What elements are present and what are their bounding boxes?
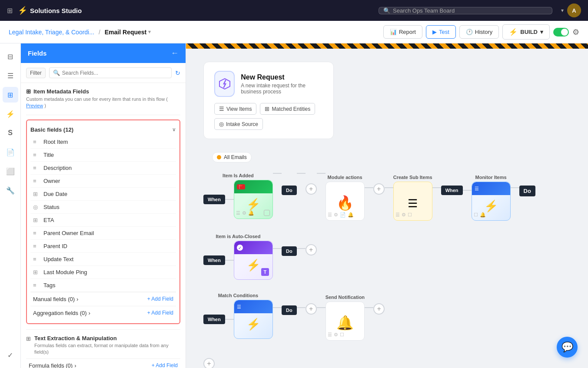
build-toggle[interactable] [553,28,569,36]
module-filter-icon[interactable]: ☰ [328,212,332,218]
fields-refresh-button[interactable]: ↻ [175,70,180,76]
build-button[interactable]: ⚡ BUILD ▾ [502,24,550,40]
trigger-buttons: ☰ View Items ⊞ Matched Entities ◎ Intake… [214,103,323,130]
lane1-filter-icon[interactable]: ☰ [236,210,240,216]
lane1-line-8 [511,187,519,188]
lane2-trigger-node[interactable]: ✓ ⚡ T [234,241,273,280]
formula-add-field-button[interactable]: + Add Field [152,362,178,368]
create-settings-icon[interactable]: ⚙ [402,212,406,218]
notif-settings-icon[interactable]: ⚙ [334,332,338,338]
formula-fields-row[interactable]: Formula fields (0) › + Add Field [26,358,180,368]
sidebar-item-check[interactable]: ✓ [3,347,18,363]
basic-fields-header[interactable]: Basic fields (12) ∨ [30,124,176,136]
lane3-trigger-node[interactable]: ☰ ⚡ [234,300,273,339]
create-filter-icon[interactable]: ☰ [395,212,400,218]
global-search-bar[interactable]: 🔍 [379,7,552,14]
aggregation-fields-row[interactable]: Aggregation fields (0) › + Add Field [30,306,176,320]
report-button[interactable]: 📊 Report [383,25,422,39]
all-emails-badge[interactable]: All Emails [212,152,252,162]
field-item-description[interactable]: ≡ Description [30,162,176,175]
test-button[interactable]: ▶ Test [426,25,456,39]
module-actions-node[interactable]: 🔥 ☰ ⚙ 📄 🔔 [326,182,365,221]
module-doc-icon[interactable]: 📄 [340,212,346,218]
trigger-title: New Request [241,73,323,81]
nav-chevron-icon[interactable]: ▾ [561,7,564,13]
lane3-add-node-2[interactable]: + [373,303,385,315]
filter-button[interactable]: Filter [26,68,46,78]
sidebar-item-doc[interactable]: 📄 [3,144,18,160]
field-item-parent-id[interactable]: ≡ Parent ID [30,240,176,253]
lane2-add-node[interactable]: + [306,244,317,255]
field-item-status[interactable]: ◎ Status [30,201,176,214]
send-notification-node[interactable]: 🔔 ☰ ⚙ ☐ [326,302,365,341]
lane1-trigger-node[interactable]: 🚩 ⚡ ☰ ⚙ 🔔 [234,180,273,219]
sidebar-item-grid[interactable]: ⊞ [3,87,18,103]
lane2-bolt-icon: ⚡ [246,259,260,272]
sidebar-item-s[interactable]: S [3,125,18,141]
field-icon-parent-owner-email: ≡ [33,230,40,236]
aggregation-add-field-button[interactable]: + Add Field [147,310,173,316]
create-checkbox-icon[interactable]: ☐ [408,212,412,218]
fields-search-input[interactable] [62,70,168,76]
monitor-bell2-icon[interactable]: 🔔 [480,212,486,218]
field-item-title[interactable]: ≡ Title [30,149,176,162]
lane1-bell-icon[interactable]: 🔔 [248,210,254,216]
metadata-section: ⊞ Item Metadata Fields Custom metadata y… [26,83,180,115]
lane3-trigger-label: Match Conditions [218,293,258,298]
manual-fields-row[interactable]: Manual fields (0) › + Add Field [30,292,176,306]
sidebar-item-bolt[interactable]: ⚡ [3,106,18,122]
intake-source-button[interactable]: ◎ Intake Source [214,118,263,130]
sidebar-item-list[interactable]: ☰ [3,68,18,83]
global-search-input[interactable] [393,7,548,14]
history-button[interactable]: 🕐 History [459,25,499,39]
add-lane-button[interactable]: + [203,358,215,368]
grid-menu-icon[interactable]: ⊞ [7,7,13,15]
user-avatar[interactable]: A [567,3,581,17]
settings-icon[interactable]: ⚙ [572,27,579,37]
module-bell-icon[interactable]: 🔔 [348,212,354,218]
fields-panel-close-button[interactable]: ← [171,49,179,58]
trigger-card[interactable]: New Request A new intake request for the… [203,62,334,139]
lane1-trigger-bolt-icon: ⚡ [246,198,260,211]
field-item-eta[interactable]: ⊞ ETA [30,214,176,227]
breadcrumb-current-label: Email Request [105,29,146,36]
field-item-root-item[interactable]: ≡ Root Item [30,136,176,149]
lane3-add-node-1[interactable]: + [306,303,317,315]
matched-entities-button[interactable]: ⊞ Matched Entities [260,103,315,115]
icon-sidebar: ⊟ ☰ ⊞ ⚡ S 📄 ⬜ 🔧 ✓ [0,43,21,368]
sidebar-item-cube[interactable]: ⊟ [3,49,18,64]
manual-add-field-button[interactable]: + Add Field [147,296,173,302]
lane1-add-node-1[interactable]: + [306,183,317,195]
preview-link[interactable]: Preview [26,103,43,108]
lane1-settings-icon[interactable]: ⚙ [242,210,246,216]
create-sub-items-node[interactable]: ☰ ☰ ⚙ ☐ [393,182,432,221]
module-settings-icon[interactable]: ⚙ [334,212,338,218]
breadcrumb-parent[interactable]: Legal Intake, Triage, & Coordi... [9,29,94,36]
monitor-check-icon[interactable]: ☐ [474,212,478,218]
lane1-add-node-2[interactable]: + [373,183,385,195]
fields-search-wrap[interactable]: 🔍 [49,67,172,78]
breadcrumb-chevron-icon[interactable]: ▾ [148,29,151,35]
field-item-update-text[interactable]: ≡ Update Text [30,253,176,266]
field-item-parent-owner-email[interactable]: ≡ Parent Owner Email [30,227,176,240]
notif-checkbox-icon[interactable]: ☐ [340,332,344,338]
aggregation-fields-label: Aggregation fields (0) [33,310,87,316]
sidebar-item-tool[interactable]: 🔧 [3,182,18,198]
flow-lane-2: Item is Auto-Closed When ✓ ⚡ [203,234,571,280]
metadata-title: ⊞ Item Metadata Fields [26,88,180,95]
lane1-flag-badge: 🚩 [237,184,245,189]
lane1-trigger-checkbox[interactable] [264,210,270,216]
email-badge-label: All Emails [224,154,247,160]
field-item-owner[interactable]: ≡ Owner [30,175,176,188]
view-items-button[interactable]: ☰ View Items [214,103,256,115]
lane1-trigger-label: Item Is Added [223,173,254,178]
notif-filter-icon[interactable]: ☰ [328,332,332,338]
field-item-last-module-ping[interactable]: ⊞ Last Module Ping [30,266,176,279]
field-item-tags[interactable]: ≡ Tags [30,279,176,292]
chat-fab-button[interactable]: 💬 [557,337,578,358]
field-item-due-date[interactable]: ⊞ Due Date [30,188,176,201]
sidebar-item-table[interactable]: ⬜ [3,163,18,179]
monitor-items-node[interactable]: ☰ ⚡ ☐ 🔔 [472,182,511,221]
lane1-do2-label: Do [519,186,535,196]
field-icon-eta: ⊞ [33,217,40,223]
